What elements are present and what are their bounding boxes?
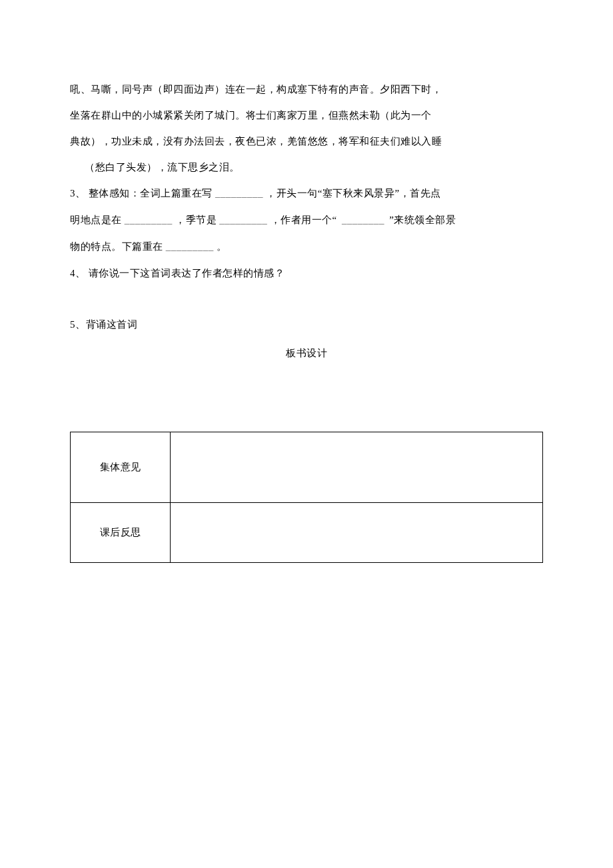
q3-text-d: ，季节是 bbox=[175, 215, 217, 225]
table-section: 集体意见 课后反思 bbox=[70, 432, 543, 563]
post-class-reflection-value[interactable] bbox=[171, 503, 543, 563]
section-title: 板书设计 bbox=[70, 340, 543, 366]
paragraph-line-2: 坐落在群山中的小城紧紧关闭了城门。将士们离家万里，但燕然未勒（此为一个 bbox=[70, 103, 543, 129]
question-5: 5、背诵这首词 bbox=[70, 312, 543, 338]
q3-text-c: 明地点是在 bbox=[70, 215, 122, 225]
q3-blank-1[interactable]: _________ bbox=[215, 181, 263, 207]
document-body: 吼、马嘶，同号声（即四面边声）连在一起，构成塞下特有的声音。夕阳西下时， 坐落在… bbox=[70, 77, 543, 563]
question-3-line-1: 3、 整体感知：全词上篇重在写 _________ ，开头一句“塞下秋来风景异”… bbox=[70, 181, 543, 207]
spacer bbox=[70, 286, 543, 312]
collective-opinion-value[interactable] bbox=[171, 432, 543, 503]
question-4: 4、 请你说一下这首词表达了作者怎样的情感？ bbox=[70, 260, 543, 286]
post-class-reflection-label: 课后反思 bbox=[71, 503, 171, 563]
q3-text-f: ”来统领全部景 bbox=[389, 215, 456, 225]
q3-blank-3[interactable]: _________ bbox=[219, 207, 267, 234]
table-row: 集体意见 bbox=[71, 432, 543, 503]
table-row: 课后反思 bbox=[71, 503, 543, 563]
q3-blank-2[interactable]: _________ bbox=[125, 207, 173, 234]
q3-text-a: 3、 整体感知：全词上篇重在写 bbox=[70, 188, 213, 199]
paragraph-line-4: （愁白了头发），流下思乡之泪。 bbox=[70, 155, 543, 181]
q3-text-b: ，开头一句“塞下秋来风景异”，首先点 bbox=[266, 188, 440, 199]
question-3-line-2: 明地点是在 _________ ，季节是 _________ ，作者用一个“ _… bbox=[70, 207, 543, 234]
q3-text-h: 。 bbox=[217, 241, 227, 252]
q3-text-g: 物的特点。下篇重在 bbox=[70, 241, 163, 252]
collective-opinion-label: 集体意见 bbox=[71, 432, 171, 503]
q3-blank-4[interactable]: ________ bbox=[340, 207, 386, 234]
paragraph-line-3: 典故），功业未成，没有办法回去，夜色已浓，羌笛悠悠，将军和征夫们难以入睡 bbox=[70, 129, 543, 155]
paragraph-line-1: 吼、马嘶，同号声（即四面边声）连在一起，构成塞下特有的声音。夕阳西下时， bbox=[70, 77, 543, 103]
feedback-table: 集体意见 课后反思 bbox=[70, 432, 543, 563]
q3-text-e: ，作者用一个“ bbox=[271, 215, 337, 225]
q3-blank-5[interactable]: _________ bbox=[166, 234, 214, 260]
question-3-line-3: 物的特点。下篇重在 _________ 。 bbox=[70, 234, 543, 260]
